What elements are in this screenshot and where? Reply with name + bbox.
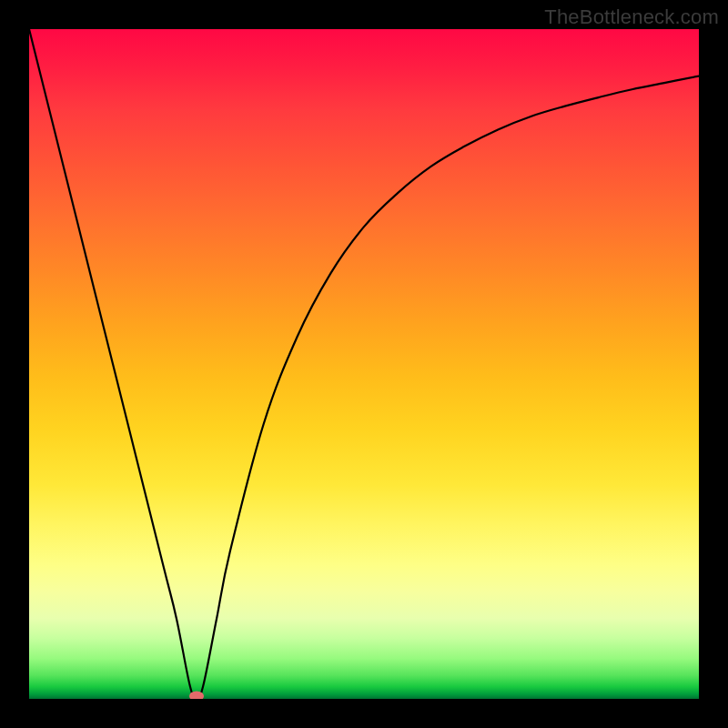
bottleneck-curve: [29, 29, 699, 699]
bottleneck-marker: [189, 692, 204, 700]
chart-frame: TheBottleneck.com: [0, 0, 728, 728]
watermark: TheBottleneck.com: [544, 5, 719, 29]
plot-area: [29, 29, 699, 699]
curve-svg: [29, 29, 699, 699]
